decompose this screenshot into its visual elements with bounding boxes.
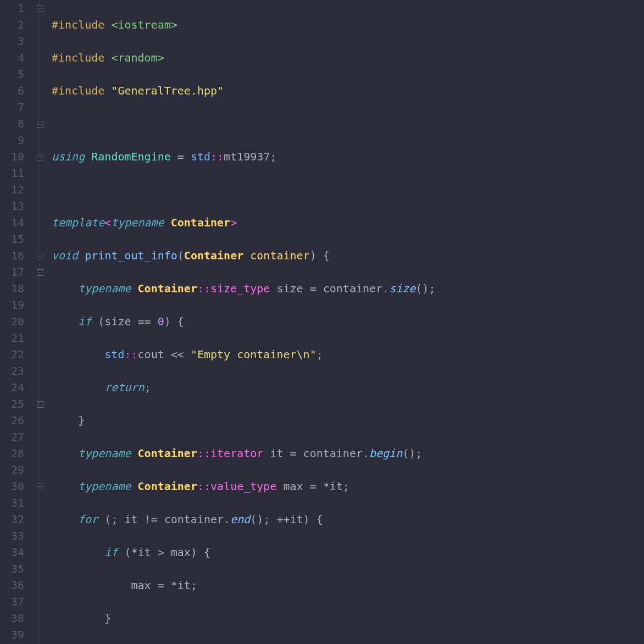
line-number: 33 [0,528,24,544]
fold-toggle-icon[interactable] [37,121,43,127]
preprocessor: #include [52,18,111,31]
code-line[interactable]: using RandomEngine = std::mt19937; [52,148,644,165]
line-number: 8 [0,115,24,132]
code-line[interactable]: } [52,610,644,626]
line-number: 24 [0,379,24,396]
code-line[interactable]: max = *it; [52,577,644,593]
line-number: 22 [0,346,24,363]
line-number: 25 [0,396,24,412]
line-number: 34 [0,544,24,560]
code-line[interactable]: std::cout << "Empty container\n"; [52,346,644,363]
line-number: 2 [0,16,24,33]
line-number: 31 [0,495,24,511]
line-number: 39 [0,626,24,643]
code-line[interactable]: typename Container::size_type size = con… [52,280,644,297]
line-number: 15 [0,231,24,247]
code-line[interactable]: template<typename Container> [52,214,644,231]
header-name: <iostream> [111,18,177,31]
code-line[interactable]: } [52,412,644,429]
code-line[interactable]: typename Container::iterator it = contai… [52,445,644,462]
line-number: 13 [0,198,24,214]
line-number: 23 [0,363,24,379]
fold-toggle-icon[interactable] [37,253,43,259]
line-number: 16 [0,247,24,264]
line-number: 37 [0,593,24,610]
line-number: 35 [0,560,24,577]
line-number: 26 [0,412,24,429]
code-editor[interactable]: 1 2 3 4 5 6 7 8 9 10 11 12 13 14 15 16 1… [0,0,644,644]
line-number: 27 [0,429,24,445]
code-line[interactable]: for (; it != container.end(); ++it) { [52,511,644,528]
code-line[interactable] [52,181,644,198]
code-line[interactable] [52,115,644,132]
fold-toggle-icon[interactable] [37,5,43,12]
line-number: 36 [0,577,24,593]
line-number: 10 [0,148,24,165]
line-number: 18 [0,280,24,297]
line-number: 17 [0,264,24,280]
line-number-gutter[interactable]: 1 2 3 4 5 6 7 8 9 10 11 12 13 14 15 16 1… [0,0,27,644]
code-line[interactable]: typename Container::value_type max = *it… [52,478,644,495]
code-line[interactable]: #include <iostream> [52,16,644,33]
code-line[interactable]: #include "GeneralTree.hpp" [52,82,644,99]
line-number: 28 [0,445,24,462]
line-number: 1 [0,0,24,16]
code-line[interactable]: if (size == 0) { [52,313,644,330]
code-line[interactable]: #include <random> [52,49,644,66]
line-number: 38 [0,610,24,626]
line-number: 12 [0,181,24,198]
line-number: 3 [0,33,24,49]
line-number: 32 [0,511,24,528]
line-number: 5 [0,66,24,82]
line-number: 11 [0,165,24,181]
code-area[interactable]: #include <iostream> #include <random> #i… [49,0,644,644]
line-number: 19 [0,297,24,313]
line-number: 21 [0,330,24,346]
line-number: 4 [0,49,24,66]
line-number: 9 [0,132,24,148]
code-line[interactable]: if (*it > max) { [52,544,644,560]
line-number: 6 [0,82,24,99]
fold-toggle-icon[interactable] [37,401,43,408]
line-number: 7 [0,99,24,115]
fold-gutter[interactable] [27,0,49,644]
line-number: 30 [0,478,24,495]
fold-toggle-icon[interactable] [37,154,43,160]
line-number: 14 [0,214,24,231]
line-number: 20 [0,313,24,330]
fold-toggle-icon[interactable] [37,269,43,276]
line-number: 29 [0,462,24,478]
fold-toggle-icon[interactable] [37,484,43,490]
code-line[interactable]: return; [52,379,644,396]
code-line[interactable]: void print_out_info(Container container)… [52,247,644,264]
